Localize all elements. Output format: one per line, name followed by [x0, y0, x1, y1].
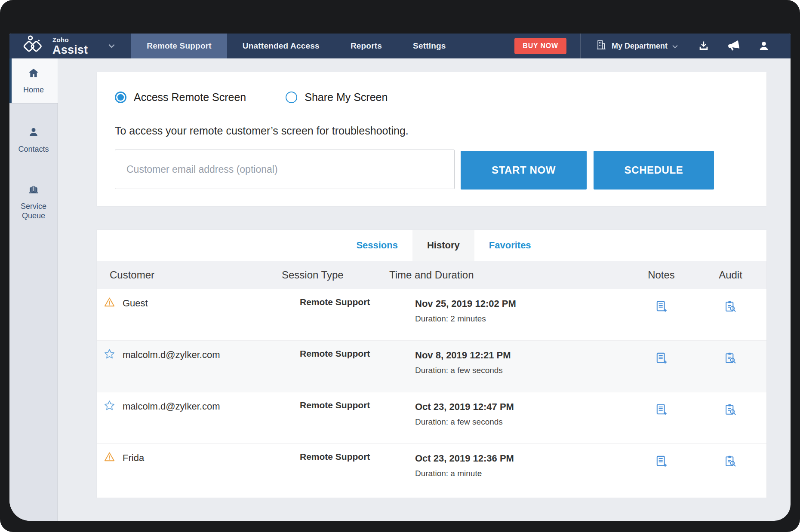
session-time: Oct 23, 2019 12:36 PM: [415, 453, 628, 464]
favorite-star-icon[interactable]: [104, 354, 115, 361]
table-row: malcolm.d@zylker.com Remote Support Oct …: [97, 392, 766, 444]
sidebar-item-contacts[interactable]: Contacts: [9, 120, 58, 160]
time-duration-cell: Nov 25, 2019 12:02 PM Duration: 2 minute…: [387, 289, 628, 340]
building-icon: [595, 39, 607, 53]
column-header-audit: Audit: [695, 269, 766, 281]
session-time: Oct 23, 2019 12:47 PM: [415, 401, 628, 413]
navbar-tabs: Remote Support Unattended Access Reports…: [131, 34, 461, 58]
time-duration-cell: Oct 23, 2019 12:47 PM Duration: a few se…: [387, 392, 628, 443]
customer-status-cell: [104, 392, 123, 443]
sidebar-item-label: Contacts: [18, 144, 49, 154]
sidebar-item-label: Home: [23, 85, 44, 95]
session-type: Remote Support: [282, 392, 387, 443]
session-time: Nov 25, 2019 12:02 PM: [415, 298, 628, 309]
start-now-button[interactable]: START NOW: [461, 151, 587, 190]
navtab-remote-support[interactable]: Remote Support: [131, 34, 227, 58]
session-time: Nov 8, 2019 12:21 PM: [415, 350, 628, 361]
add-note-icon[interactable]: [655, 455, 668, 468]
sidebar-item-service-queue[interactable]: Service Queue: [9, 178, 58, 226]
customer-name: Frida: [123, 444, 282, 495]
radio-unselected-icon: [286, 92, 297, 103]
radio-share-my-screen[interactable]: Share My Screen: [286, 91, 388, 104]
customer-status-cell: [104, 444, 123, 495]
radio-selected-icon: [115, 92, 126, 103]
app-window: Zoho Assist Remote Support Unattended Ac…: [9, 34, 791, 521]
session-duration: Duration: a few seconds: [415, 366, 628, 375]
warning-icon: [104, 302, 115, 309]
table-header-row: Customer Session Type Time and Duration …: [97, 261, 766, 289]
session-launcher-panel: Access Remote Screen Share My Screen To …: [97, 72, 766, 206]
sessions-history-panel: Sessions History Favorites Customer Sess…: [97, 230, 766, 498]
session-type: Remote Support: [282, 444, 387, 495]
session-type: Remote Support: [282, 341, 387, 392]
session-type: Remote Support: [282, 289, 387, 340]
brand-text: Zoho Assist: [52, 37, 88, 56]
contacts-icon: [28, 126, 40, 141]
navtab-settings[interactable]: Settings: [397, 34, 462, 58]
buy-now-button[interactable]: BUY NOW: [514, 38, 566, 54]
tab-history[interactable]: History: [412, 230, 474, 261]
customer-name: Guest: [123, 289, 282, 340]
customer-status-cell: [104, 341, 123, 392]
session-duration: Duration: a minute: [415, 469, 628, 478]
schedule-button[interactable]: SCHEDULE: [594, 151, 714, 190]
zoho-assist-logo-icon: [22, 35, 46, 58]
brand: Zoho Assist: [9, 35, 88, 58]
left-sidebar: Home Contacts: [9, 58, 58, 521]
service-queue-icon: [28, 183, 40, 198]
department-chevron-down-icon: [672, 42, 678, 51]
time-duration-cell: Nov 8, 2019 12:21 PM Duration: a few sec…: [387, 341, 628, 392]
launcher-description: To access your remote customer’s screen …: [115, 125, 409, 137]
audit-icon[interactable]: [724, 455, 737, 468]
top-navbar: Zoho Assist Remote Support Unattended Ac…: [9, 34, 791, 58]
user-account-icon[interactable]: [758, 40, 770, 52]
customer-email-input[interactable]: [115, 150, 455, 189]
home-icon: [28, 67, 40, 81]
device-frame: Zoho Assist Remote Support Unattended Ac…: [0, 0, 800, 532]
column-header-notes: Notes: [628, 269, 695, 281]
table-row: Frida Remote Support Oct 23, 2019 12:36 …: [97, 444, 766, 495]
brand-assist: Assist: [52, 44, 88, 56]
add-note-icon[interactable]: [655, 352, 668, 365]
navbar-right: BUY NOW My Department: [514, 34, 791, 58]
tab-sessions[interactable]: Sessions: [342, 230, 412, 261]
sidebar-item-label: Service Queue: [15, 202, 52, 221]
audit-icon[interactable]: [724, 300, 737, 313]
table-row: Guest Remote Support Nov 25, 2019 12:02 …: [97, 289, 766, 341]
column-header-time-duration: Time and Duration: [387, 269, 628, 281]
sessions-tab-bar: Sessions History Favorites: [109, 230, 778, 261]
customer-name: malcolm.d@zylker.com: [123, 341, 282, 392]
favorite-star-icon[interactable]: [104, 405, 115, 413]
add-note-icon[interactable]: [655, 300, 668, 313]
session-duration: Duration: 2 minutes: [415, 314, 628, 324]
brand-zoho: Zoho: [52, 37, 88, 43]
column-header-session-type: Session Type: [282, 269, 387, 281]
radio-label: Access Remote Screen: [134, 91, 246, 104]
navtab-reports[interactable]: Reports: [335, 34, 397, 58]
radio-access-remote-screen[interactable]: Access Remote Screen: [115, 91, 246, 104]
tab-favorites[interactable]: Favorites: [474, 230, 546, 261]
session-mode-radios: Access Remote Screen Share My Screen: [115, 91, 388, 104]
audit-icon[interactable]: [724, 352, 737, 365]
navbar-icon-group: [698, 39, 770, 53]
customer-status-cell: [104, 289, 123, 340]
add-note-icon[interactable]: [655, 403, 668, 416]
department-label: My Department: [612, 42, 668, 51]
navtab-unattended-access[interactable]: Unattended Access: [227, 34, 335, 58]
department-selector[interactable]: My Department: [581, 39, 678, 53]
sidebar-item-home[interactable]: Home: [9, 58, 58, 103]
download-icon[interactable]: [698, 40, 710, 52]
announcement-megaphone-icon[interactable]: [727, 39, 741, 53]
time-duration-cell: Oct 23, 2019 12:36 PM Duration: a minute: [387, 444, 628, 495]
session-duration: Duration: a few seconds: [415, 417, 628, 427]
column-header-customer: Customer: [104, 269, 282, 281]
radio-label: Share My Screen: [305, 91, 388, 104]
warning-icon: [104, 457, 115, 464]
brand-chevron-down-icon[interactable]: [108, 44, 115, 48]
table-row: malcolm.d@zylker.com Remote Support Nov …: [97, 341, 766, 392]
customer-name: malcolm.d@zylker.com: [123, 392, 282, 443]
audit-icon[interactable]: [724, 403, 737, 416]
